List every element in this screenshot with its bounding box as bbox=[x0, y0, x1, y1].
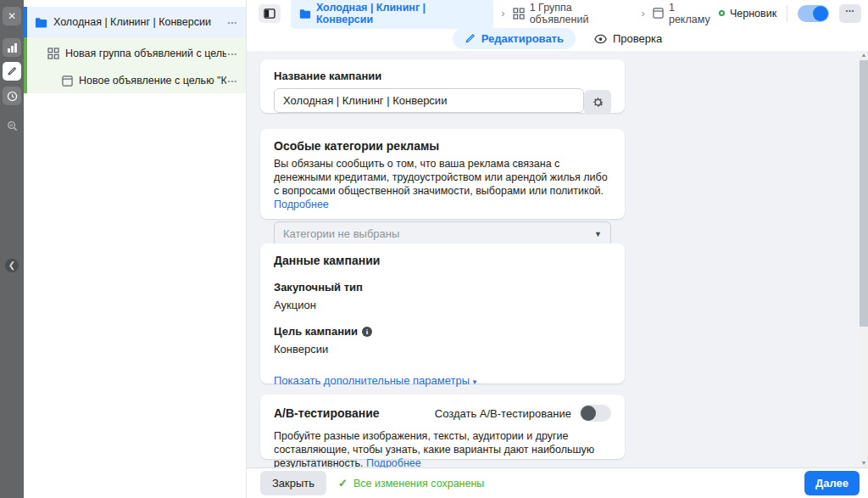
campaign-details-card: Данные кампании Закупочный тип Аукцион Ц… bbox=[260, 243, 625, 383]
special-categories-more-link[interactable]: Подробнее bbox=[274, 199, 329, 210]
more-options-button[interactable]: ••• bbox=[839, 4, 861, 23]
tab-edit[interactable]: Редактировать bbox=[453, 28, 576, 49]
adset-group-block: Новая группа объявлений с целью "... •••… bbox=[24, 37, 246, 93]
chevron-down-icon: ▼ bbox=[594, 230, 602, 238]
header: Холодная | Клининг | Конверсии › 1 Групп… bbox=[247, 0, 868, 51]
main-panel: Холодная | Клининг | Конверсии › 1 Групп… bbox=[247, 0, 868, 498]
special-categories-description: Вы обязаны сообщить о том, что ваша рекл… bbox=[274, 157, 611, 211]
special-categories-card: Особые категории рекламы Вы обязаны сооб… bbox=[260, 129, 625, 219]
sidebar-item-campaign[interactable]: Холодная | Клининг | Конверсии ••• bbox=[24, 7, 246, 37]
sidebar-item-adset[interactable]: Новая группа объявлений с целью "... ••• bbox=[27, 42, 246, 64]
sidebar-item-ad[interactable]: Новое объявление с целью "Кон... ••• bbox=[27, 70, 246, 92]
ab-test-toggle[interactable] bbox=[580, 405, 611, 422]
scroll-up-icon[interactable]: ▲ bbox=[860, 51, 868, 59]
campaign-name-label: Название кампании bbox=[274, 70, 611, 82]
divider bbox=[787, 5, 787, 22]
chevron-down-icon: ▾ bbox=[473, 378, 477, 386]
tab-review[interactable]: Проверка bbox=[594, 32, 662, 45]
ads-manager-edit-screen: ✕ ❮ Холодная | Клининг | Конверсии ••• bbox=[0, 0, 868, 498]
history-clock-icon[interactable] bbox=[3, 87, 21, 105]
ab-test-more-link[interactable]: Подробнее bbox=[366, 457, 421, 467]
scrollbar-thumb[interactable] bbox=[860, 60, 868, 327]
pencil-icon bbox=[465, 33, 476, 44]
buying-type-label: Закупочный тип bbox=[274, 281, 611, 294]
categories-select-placeholder: Категории не выбраны bbox=[283, 227, 399, 240]
settings-gear-button[interactable] bbox=[584, 90, 611, 115]
toggle-sidebar-button[interactable] bbox=[259, 4, 281, 23]
special-categories-title: Особые категории рекламы bbox=[274, 139, 611, 153]
categories-select[interactable]: Категории не выбраны ▼ bbox=[274, 221, 611, 246]
ad-menu-icon[interactable]: ••• bbox=[226, 77, 239, 85]
footer-bar: Закрыть ✓ Все изменения сохранены Далее bbox=[247, 467, 868, 498]
campaign-label: Холодная | Клининг | Конверсии bbox=[53, 16, 226, 28]
ab-test-text: Пробуйте разные изображения, тексты, ауд… bbox=[274, 430, 594, 467]
info-icon[interactable]: i bbox=[362, 327, 372, 337]
special-categories-text: Вы обязаны сообщить о том, что ваша рекл… bbox=[274, 158, 608, 197]
content-scrollbar: ▲ ▼ bbox=[860, 51, 868, 467]
breadcrumb-separator: › bbox=[501, 7, 504, 20]
left-toolbar: ✕ ❮ bbox=[0, 0, 24, 498]
buying-type-value: Аукцион bbox=[274, 299, 611, 311]
campaign-on-toggle[interactable] bbox=[798, 5, 829, 22]
ab-test-title: A/B-тестирование bbox=[274, 406, 380, 420]
draft-status-label: Черновик bbox=[730, 8, 776, 20]
content-area: Название кампании Особые категории рекла… bbox=[247, 51, 868, 467]
ab-test-description: Пробуйте разные изображения, тексты, ауд… bbox=[274, 429, 611, 467]
ad-frame-icon bbox=[62, 76, 73, 87]
close-button[interactable]: Закрыть bbox=[260, 471, 326, 495]
show-more-params-link[interactable]: Показать дополнительные параметры ▾ bbox=[274, 374, 476, 387]
breadcrumb-adset-label: 1 Группа объявлений bbox=[530, 2, 634, 25]
adset-menu-icon[interactable]: ••• bbox=[226, 50, 239, 58]
adset-label: Новая группа объявлений с целью "... bbox=[65, 48, 226, 59]
ab-test-card: A/B-тестирование Создать A/B-тестировани… bbox=[260, 394, 625, 459]
check-icon: ✓ bbox=[338, 477, 348, 490]
header-tabs: Редактировать Проверка bbox=[247, 26, 868, 51]
campaign-name-input[interactable] bbox=[274, 88, 584, 113]
adset-grid-icon bbox=[513, 8, 525, 20]
draft-status-dot-icon bbox=[719, 10, 725, 16]
objective-value: Конверсии bbox=[274, 343, 611, 355]
scroll-down-icon[interactable]: ▼ bbox=[860, 459, 868, 467]
breadcrumb-ad-label: 1 рекламу bbox=[669, 2, 719, 25]
folder-icon bbox=[35, 17, 47, 28]
tab-review-label: Проверка bbox=[613, 32, 662, 45]
close-icon[interactable]: ✕ bbox=[3, 7, 21, 25]
breadcrumb-ad[interactable]: 1 рекламу bbox=[653, 2, 719, 25]
objective-label: Цель кампании i bbox=[274, 325, 611, 338]
campaign-tree-sidebar: Холодная | Клининг | Конверсии ••• Новая… bbox=[24, 0, 247, 498]
campaign-menu-icon[interactable]: ••• bbox=[226, 19, 239, 26]
saved-status: ✓ Все изменения сохранены bbox=[338, 477, 484, 490]
ad-label: Новое объявление с целью "Кон... bbox=[79, 75, 226, 87]
adset-grid-icon bbox=[47, 48, 59, 59]
breadcrumb: Холодная | Клининг | Конверсии › 1 Групп… bbox=[247, 0, 868, 26]
breadcrumb-campaign-label: Холодная | Клининг | Конверсии bbox=[316, 2, 485, 25]
campaign-name-card: Название кампании bbox=[260, 59, 625, 113]
campaign-details-title: Данные кампании bbox=[274, 254, 611, 267]
saved-status-label: Все изменения сохранены bbox=[353, 478, 484, 490]
ab-test-toggle-label: Создать A/B-тестирование bbox=[435, 407, 571, 420]
edit-pencil-icon[interactable] bbox=[3, 62, 21, 81]
tab-edit-label: Редактировать bbox=[481, 32, 564, 45]
bar-chart-icon[interactable] bbox=[3, 38, 21, 57]
ad-frame-icon bbox=[653, 8, 664, 19]
folder-icon bbox=[299, 8, 311, 19]
zoom-chart-icon[interactable] bbox=[3, 116, 21, 135]
breadcrumb-adset[interactable]: 1 Группа объявлений bbox=[513, 2, 634, 25]
draft-status: Черновик bbox=[719, 8, 776, 20]
next-button[interactable]: Далее bbox=[804, 471, 860, 495]
breadcrumb-separator: › bbox=[642, 7, 645, 20]
breadcrumb-campaign[interactable]: Холодная | Клининг | Конверсии bbox=[291, 0, 493, 29]
collapse-sidebar-icon[interactable]: ❮ bbox=[5, 259, 19, 272]
eye-icon bbox=[594, 34, 607, 44]
